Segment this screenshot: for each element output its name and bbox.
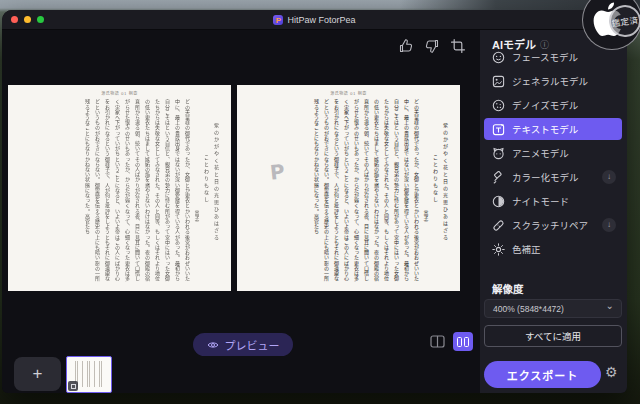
general-icon bbox=[492, 75, 505, 88]
poem-line: ことわりもなし bbox=[430, 99, 440, 285]
window-title: HitPaw FotorPea bbox=[287, 15, 355, 25]
app-logo-icon: P bbox=[273, 15, 283, 25]
poem-author: 〔晶子〕 bbox=[192, 99, 201, 285]
close-button[interactable] bbox=[11, 16, 18, 23]
sidebar-item-denoise-model[interactable]: デノイズモデル bbox=[484, 94, 622, 116]
color-correction-icon bbox=[492, 243, 505, 256]
sidebar-item-color-correction[interactable]: 色補正 bbox=[484, 238, 622, 260]
scratch-repair-icon bbox=[492, 219, 505, 232]
poem-line: ことわりもなし bbox=[201, 99, 211, 285]
left-pane-glyph bbox=[457, 337, 462, 347]
page-body-text: どの天皇様の御代であったか、女御とか更衣とかいわれる後宮がおおぜいいた中に、最上… bbox=[313, 99, 419, 281]
sidebar-item-general-model[interactable]: ジェネラルモデル bbox=[484, 70, 622, 92]
hitpaw-watermark: P bbox=[269, 159, 286, 184]
poem-line: 紫のかがやく花と日の光思ひあはざる bbox=[440, 99, 450, 285]
stamp-text: 鑑定済 bbox=[611, 13, 639, 29]
denoise-icon bbox=[492, 99, 505, 112]
chevron-down-icon: ⌄ bbox=[606, 300, 614, 311]
poem-block: 紫のかがやく花と日の光思ひあはざる ことわりもなし 〔晶子〕 bbox=[192, 99, 221, 285]
export-button[interactable]: エクスポート bbox=[484, 361, 601, 388]
titlebar: P HitPaw FotorPea bbox=[2, 10, 627, 30]
preview-button[interactable]: プレビュー bbox=[193, 333, 293, 356]
thumbs-down-icon[interactable] bbox=[424, 38, 440, 54]
sidebar-item-anime-model[interactable]: アニメモデル bbox=[484, 142, 622, 164]
download-icon[interactable]: ↓ bbox=[602, 218, 616, 232]
poem-author: 〔晶子〕 bbox=[421, 99, 430, 285]
poem-block: 紫のかがやく花と日の光思ひあはざる ことわりもなし 〔晶子〕 bbox=[421, 99, 450, 285]
sidebar-item-label: アニメモデル bbox=[512, 146, 569, 160]
eye-icon bbox=[207, 339, 219, 351]
canvas-area: + − 源氏物語 01 桐壺 紫のかがやく花と日の光思ひあはざる ことわりもなし… bbox=[2, 30, 480, 393]
face-icon bbox=[492, 51, 505, 64]
add-image-button[interactable]: + bbox=[14, 357, 61, 391]
colorize-icon bbox=[492, 171, 505, 184]
preview-label: プレビュー bbox=[225, 337, 280, 353]
thumbs-up-icon[interactable] bbox=[398, 38, 414, 54]
zoom-button[interactable] bbox=[37, 16, 44, 23]
after-image: 源氏物語 01 桐壺 紫のかがやく花と日の光思ひあはざる ことわりもなし 〔晶子… bbox=[237, 85, 460, 291]
sidebar-item-label: スクラッチリペア bbox=[512, 218, 588, 232]
sidebar-item-label: 色補正 bbox=[512, 242, 541, 256]
sidebar-item-text-model[interactable]: テキストモデル bbox=[484, 118, 622, 140]
sidebar-item-label: テキストモデル bbox=[512, 122, 578, 136]
download-icon[interactable]: ↓ bbox=[602, 170, 616, 184]
night-mode-icon bbox=[492, 195, 505, 208]
thumbnail-preview bbox=[75, 361, 103, 387]
sidebar-item-face-model[interactable]: フェースモデル bbox=[484, 46, 622, 68]
anime-icon bbox=[492, 147, 505, 160]
sidebar-panel: AIモデル ⓘ フェースモデル bbox=[480, 30, 627, 393]
minimize-button[interactable] bbox=[24, 16, 31, 23]
poem-line: 紫のかがやく花と日の光思ひあはざる bbox=[211, 99, 221, 285]
thumbnail-type-badge bbox=[68, 381, 78, 391]
sidebar-item-label: フェースモデル bbox=[512, 50, 578, 64]
image-thumbnail[interactable] bbox=[66, 356, 112, 393]
text-icon bbox=[492, 123, 505, 136]
page-text: 紫のかがやく花と日の光思ひあはざる ことわりもなし 〔晶子〕 どの天皇様の御代で… bbox=[16, 99, 221, 285]
page-header-text: 源氏物語 01 桐壺 bbox=[8, 90, 231, 96]
side-by-side-toggle[interactable] bbox=[453, 332, 473, 351]
sidebar-item-label: ナイトモード bbox=[512, 194, 569, 208]
page-text: 紫のかがやく花と日の光思ひあはざる ことわりもなし 〔晶子〕 どの天皇様の御代で… bbox=[245, 99, 450, 285]
resolution-label: 解像度 bbox=[492, 281, 524, 296]
sidebar-item-colorize-model[interactable]: カラー化モデル ↓ bbox=[484, 166, 622, 188]
right-pane-glyph bbox=[464, 337, 469, 347]
split-view-toggle[interactable] bbox=[429, 333, 446, 350]
page-body-text: どの天皇様の御代であったか、女御とか更衣とかいわれる後宮がおおぜいいた中に、最上… bbox=[84, 99, 190, 281]
resolution-value: 400% (5848*4472) bbox=[493, 304, 564, 314]
resolution-dropdown[interactable]: 400% (5848*4472) ⌄ bbox=[484, 299, 622, 318]
sidebar-item-scratch-repair[interactable]: スクラッチリペア ↓ bbox=[484, 214, 622, 236]
crop-icon[interactable] bbox=[450, 38, 466, 54]
sidebar-item-label: デノイズモデル bbox=[512, 98, 578, 112]
before-image: 源氏物語 01 桐壺 紫のかがやく花と日の光思ひあはざる ことわりもなし 〔晶子… bbox=[8, 85, 231, 291]
sidebar-item-night-mode[interactable]: ナイトモード bbox=[484, 190, 622, 212]
desktop-wallpaper: P HitPaw FotorPea bbox=[0, 0, 640, 404]
app-window: P HitPaw FotorPea bbox=[2, 10, 627, 393]
sidebar-item-label: カラー化モデル bbox=[512, 170, 579, 184]
apply-all-button[interactable]: すべてに適用 bbox=[484, 325, 622, 347]
gear-icon[interactable]: ⚙ bbox=[605, 364, 618, 380]
sidebar-item-label: ジェネラルモデル bbox=[512, 74, 588, 88]
page-header-text: 源氏物語 01 桐壺 bbox=[237, 90, 460, 96]
